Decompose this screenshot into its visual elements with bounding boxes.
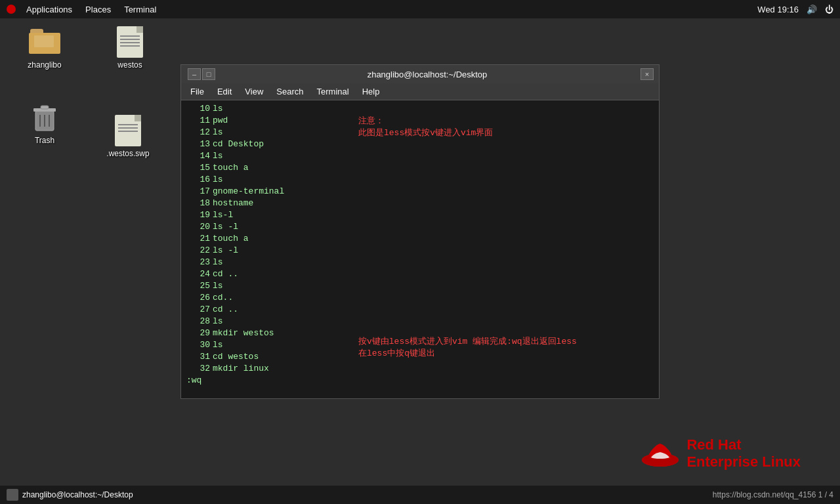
term-line: 14ls: [186, 150, 654, 162]
maximize-button[interactable]: □: [202, 68, 215, 80]
desktop-icon-zhanglibo[interactable]: zhanglibo: [18, 26, 71, 70]
menu-view[interactable]: View: [238, 85, 270, 98]
terminal-title: zhanglibo@localhost:~/Desktop: [215, 70, 639, 79]
swp-icon-img: [112, 115, 144, 146]
doc-label: westos: [117, 60, 142, 70]
menu-terminal[interactable]: Terminal: [310, 85, 356, 98]
redhat-text: Red Hat Enterprise Linux: [686, 436, 801, 471]
trash-icon-img: [29, 102, 60, 133]
titlebar-left: – □: [186, 68, 215, 80]
term-line: 17gnome-terminal: [186, 186, 654, 198]
term-line: 21touch a: [186, 233, 654, 245]
bottom-app-title: zhanglibo@localhost:~/Desktop: [22, 490, 133, 499]
doc-icon-img: [114, 26, 146, 58]
terminal-window: – □ zhanglibo@localhost:~/Desktop × File…: [180, 64, 660, 399]
term-line: 24cd ..: [186, 268, 654, 280]
desktop-icon-trash[interactable]: Trash: [18, 102, 71, 145]
term-line: 32mkdir linux: [186, 363, 654, 375]
volume-icon[interactable]: 🔊: [807, 5, 817, 14]
folder-shape: [29, 29, 60, 55]
term-line: 26cd..: [186, 292, 654, 304]
minimize-button[interactable]: –: [188, 68, 201, 80]
bottom-app-icon: [7, 489, 18, 501]
swp-label: .westos.swp: [106, 149, 149, 158]
annotation1: 注意： 此图是less模式按v键进入vim界面: [358, 115, 493, 138]
term-line: 19ls-l: [186, 209, 654, 221]
menu-search[interactable]: Search: [270, 85, 310, 98]
term-line: 18hostname: [186, 198, 654, 209]
term-line: 25ls: [186, 280, 654, 292]
terminal-titlebar: – □ zhanglibo@localhost:~/Desktop ×: [181, 65, 659, 83]
terminal-prompt: :wq: [186, 375, 654, 387]
svg-rect-2: [41, 106, 49, 109]
term-line: 23ls: [186, 257, 654, 268]
annotation2: 按v键由less模式进入到vim 编辑完成:wq退出返回less 在less中按…: [358, 335, 577, 359]
swp-shape: [115, 115, 141, 146]
term-line: 22ls -l: [186, 245, 654, 257]
term-line: 13cd Desktop: [186, 138, 654, 150]
trash-label: Trash: [35, 136, 54, 145]
redhat-hat-icon: [640, 435, 680, 471]
places-menu[interactable]: Places: [80, 3, 116, 16]
redhat-name: Red Hat: [686, 436, 801, 453]
term-lines-container: 10ls11pwd12ls13cd Desktop14ls15touch a16…: [186, 103, 654, 375]
term-line: 20ls -l: [186, 221, 654, 233]
clock: Wed 19:16: [757, 5, 799, 14]
close-button[interactable]: ×: [640, 68, 654, 80]
desktop-icon-westos[interactable]: westos: [104, 26, 156, 70]
applications-menu[interactable]: Applications: [21, 3, 77, 16]
term-line: 15touch a: [186, 162, 654, 174]
redhat-product: Enterprise Linux: [686, 453, 801, 471]
redhat-icon: [7, 5, 16, 14]
doc-shape: [117, 26, 143, 58]
term-line: 16ls: [186, 174, 654, 186]
term-line: 27cd ..: [186, 304, 654, 316]
term-line: 28ls: [186, 316, 654, 327]
bottom-right: https://blog.csdn.net/qq_4156 1 / 4: [713, 490, 833, 499]
folder-icon-img: [29, 26, 60, 58]
bottom-taskbar: zhanglibo@localhost:~/Desktop https://bl…: [0, 486, 840, 504]
terminal-menu[interactable]: Terminal: [119, 3, 161, 16]
menu-edit[interactable]: Edit: [211, 85, 238, 98]
menu-file[interactable]: File: [184, 85, 211, 98]
top-taskbar: Applications Places Terminal Wed 19:16 🔊…: [0, 0, 840, 18]
power-icon[interactable]: ⏻: [825, 5, 833, 14]
menu-help[interactable]: Help: [356, 85, 387, 98]
taskbar-right: Wed 19:16 🔊 ⏻: [757, 5, 833, 14]
folder-label: zhanglibo: [28, 60, 61, 70]
desktop-icon-westos-swp[interactable]: .westos.swp: [102, 115, 154, 158]
taskbar-left: Applications Places Terminal: [7, 3, 161, 16]
terminal-menubar: File Edit View Search Terminal Help: [181, 83, 659, 100]
redhat-logo: Red Hat Enterprise Linux: [640, 435, 801, 471]
term-line: 10ls: [186, 103, 654, 115]
terminal-body[interactable]: 10ls11pwd12ls13cd Desktop14ls15touch a16…: [181, 100, 659, 398]
bottom-left: zhanglibo@localhost:~/Desktop: [7, 489, 133, 501]
trash-shape: [29, 102, 60, 133]
